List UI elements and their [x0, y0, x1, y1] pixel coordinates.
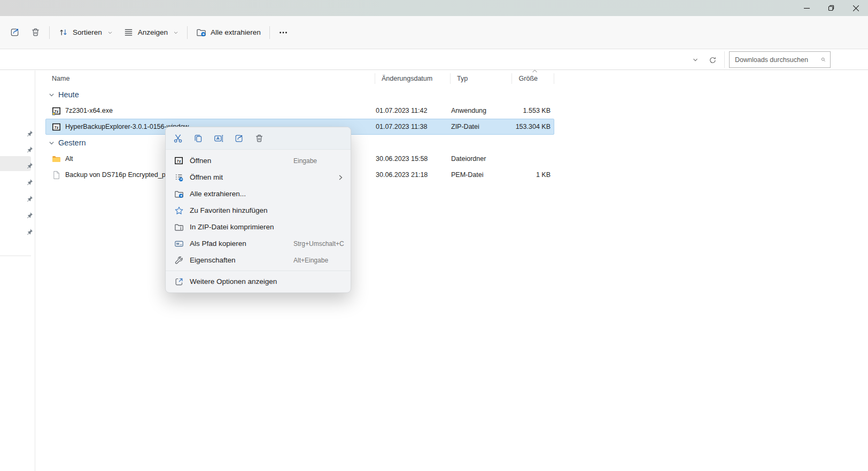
- star-icon: [174, 205, 184, 215]
- sort-icon: [58, 27, 68, 37]
- sort-button[interactable]: Sortieren: [53, 23, 118, 42]
- close-button[interactable]: [843, 0, 868, 16]
- delete-button[interactable]: [25, 23, 46, 42]
- pin-icon: [26, 162, 33, 169]
- file-modified: 30.06.2023 15:58: [376, 155, 451, 163]
- ellipsis-icon: [278, 28, 288, 37]
- folder-icon: [52, 155, 61, 164]
- cut-button[interactable]: [169, 130, 186, 146]
- sort-label: Sortieren: [73, 28, 102, 36]
- chevron-down-icon: [173, 30, 179, 35]
- file-type: Anwendung: [451, 107, 513, 114]
- sidebar-pinned-item[interactable]: [26, 195, 33, 202]
- zip-compress-icon: [174, 222, 184, 232]
- column-header-name[interactable]: Name: [45, 73, 375, 84]
- extract-icon: [196, 27, 206, 37]
- group-label: Heute: [58, 90, 79, 99]
- view-label: Anzeigen: [138, 28, 168, 36]
- 7z-exe-icon: 7z: [52, 106, 61, 115]
- column-header-type[interactable]: Typ: [451, 73, 512, 84]
- pin-icon: [26, 228, 33, 235]
- open-with-icon: [174, 172, 184, 182]
- submenu-chevron-icon: [337, 174, 344, 181]
- toolbar-separator: [49, 26, 50, 39]
- menu-item-properties[interactable]: Eigenschaften Alt+Eingabe: [166, 252, 351, 268]
- trash-icon: [30, 27, 41, 37]
- menu-item-extract-all[interactable]: Alle extrahieren...: [166, 186, 351, 202]
- show-more-icon: [174, 276, 184, 287]
- search-box[interactable]: [729, 51, 831, 68]
- shortcut-label: Alt+Eingabe: [293, 257, 328, 264]
- context-menu-quick-actions: [166, 127, 351, 150]
- restore-button[interactable]: [819, 0, 843, 16]
- svg-text:7z: 7z: [55, 125, 59, 129]
- toolbar-separator: [187, 26, 188, 39]
- menu-item-open[interactable]: 7z Öffnen Eingabe: [166, 152, 351, 169]
- file-row[interactable]: 7z 7z2301-x64.exe 01.07.2023 11:42 Anwen…: [45, 103, 554, 119]
- group-header-heute[interactable]: Heute: [45, 87, 868, 103]
- menu-separator: [166, 271, 351, 271]
- menu-item-compress-to-zip[interactable]: In ZIP-Datei komprimieren: [166, 219, 351, 235]
- file-modified: 01.07.2023 11:42: [376, 107, 451, 114]
- file-modified: 30.06.2023 21:18: [376, 171, 451, 179]
- sidebar-pinned-item[interactable]: [26, 228, 33, 235]
- menu-item-copy-as-path[interactable]: Als Pfad kopieren Strg+Umschalt+C: [166, 235, 351, 252]
- sidebar-pinned-item[interactable]: [26, 178, 33, 185]
- svg-text:7z: 7z: [177, 159, 181, 164]
- group-label: Gestern: [58, 138, 86, 147]
- share-button[interactable]: [230, 130, 247, 146]
- share-button[interactable]: [4, 23, 25, 42]
- minimize-button[interactable]: [794, 0, 819, 16]
- command-bar: Sortieren Anzeigen Alle extrahieren: [0, 16, 868, 49]
- file-size: 153.304 KB: [513, 123, 555, 130]
- view-button[interactable]: Anzeigen: [118, 23, 184, 42]
- file-list-pane: Name Änderungsdatum Typ Größe Heute: [36, 71, 868, 471]
- menu-item-show-more-options[interactable]: Weitere Optionen anzeigen: [166, 273, 351, 290]
- main-area: Name Änderungsdatum Typ Größe Heute: [0, 71, 868, 471]
- refresh-button[interactable]: [706, 53, 719, 67]
- titlebar: [0, 0, 868, 16]
- pin-icon: [26, 130, 33, 137]
- rename-button[interactable]: [210, 130, 227, 146]
- cut-icon: [173, 134, 183, 143]
- menu-item-open-with[interactable]: Öffnen mit: [166, 169, 351, 186]
- refresh-icon: [709, 56, 717, 64]
- file-type: ZIP-Datei: [451, 123, 513, 130]
- sidebar-pinned-item[interactable]: [26, 129, 33, 136]
- address-divider: [724, 51, 725, 68]
- file-type: PEM-Datei: [451, 171, 513, 179]
- file-type: Dateiordner: [451, 155, 513, 163]
- trash-icon: [254, 134, 264, 143]
- more-options-button[interactable]: [273, 23, 293, 42]
- file-name: 7z2301-x64.exe: [65, 107, 113, 114]
- sidebar-pinned-item[interactable]: [26, 211, 33, 218]
- search-icon: [821, 56, 826, 64]
- column-header-size[interactable]: Größe: [512, 73, 554, 84]
- menu-item-add-to-favorites[interactable]: Zu Favoriten hinzufügen: [166, 202, 351, 219]
- column-header-modified[interactable]: Änderungsdatum: [375, 73, 451, 84]
- minimize-icon: [804, 5, 810, 11]
- share-icon: [234, 134, 244, 143]
- chevron-down-icon: [107, 30, 113, 35]
- file-size: 1.553 KB: [513, 107, 555, 114]
- 7z-app-icon: 7z: [174, 156, 184, 166]
- pin-icon: [26, 179, 33, 186]
- context-menu: 7z Öffnen Eingabe Öffnen mit Alle extrah…: [165, 127, 351, 293]
- file-name: Alt: [65, 155, 73, 163]
- copy-button[interactable]: [190, 130, 206, 146]
- address-bar[interactable]: [0, 49, 868, 70]
- delete-button[interactable]: [251, 130, 267, 146]
- restore-icon: [828, 5, 834, 11]
- sidebar-pinned-item[interactable]: [26, 145, 33, 152]
- shortcut-label: Eingabe: [293, 157, 317, 165]
- search-input[interactable]: [735, 56, 821, 64]
- share-icon: [10, 27, 20, 37]
- context-menu-items: 7z Öffnen Eingabe Öffnen mit Alle extrah…: [166, 150, 351, 290]
- column-headers: Name Änderungsdatum Typ Größe: [45, 71, 554, 87]
- sidebar-pinned-item[interactable]: [26, 161, 33, 168]
- view-icon: [123, 27, 134, 37]
- properties-icon: [174, 255, 184, 265]
- address-dropdown-button[interactable]: [688, 53, 702, 67]
- extract-all-button[interactable]: Alle extrahieren: [191, 23, 266, 42]
- 7z-zip-icon: 7z: [52, 122, 61, 132]
